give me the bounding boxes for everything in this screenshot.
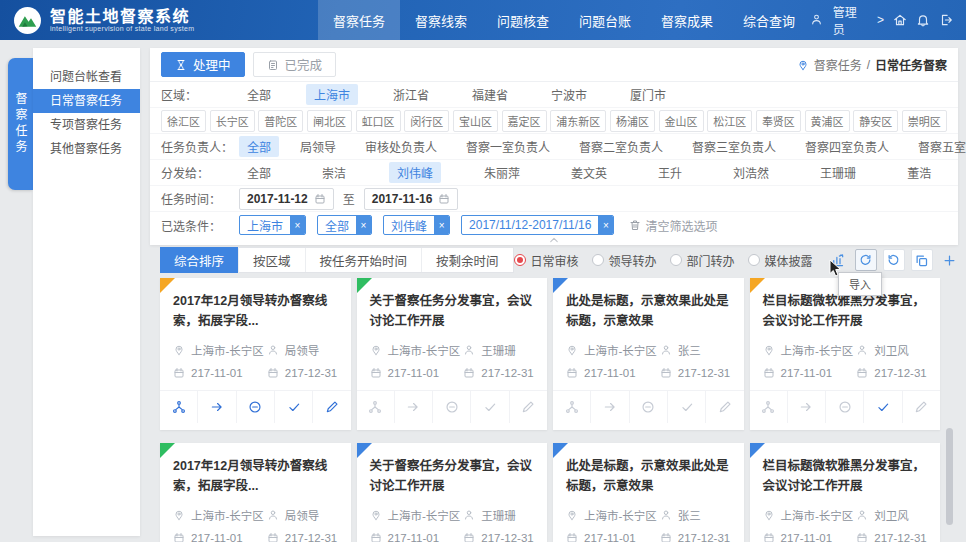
region-option[interactable]: 上海市 [306, 84, 358, 105]
close-icon[interactable]: × [598, 216, 613, 234]
edit-pencil-icon[interactable] [706, 391, 743, 423]
owner-option[interactable]: 审核处负责人 [357, 136, 445, 157]
sort-tab[interactable]: 按区域 [239, 248, 306, 272]
filter-tag[interactable]: 2017/11/12-2017/11/16 × [461, 215, 614, 235]
sidebar-item[interactable]: 问题台帐查看 [33, 65, 140, 89]
district-option[interactable]: 松江区 [707, 110, 752, 132]
district-option[interactable]: 浦东新区 [550, 110, 606, 132]
sort-tab[interactable]: 按剩余时间 [422, 248, 513, 272]
assignee-option[interactable]: 王升 [650, 162, 690, 183]
complete-check-icon[interactable] [471, 391, 509, 423]
district-option[interactable]: 静安区 [853, 110, 898, 132]
task-card[interactable]: 此处是标题，示意效果此处是标题，示意效果 上海市-长宁区 张三 217-11-0… [553, 278, 744, 430]
filter-tag[interactable]: 上海市 × [239, 215, 306, 235]
sort-tab[interactable]: 综合排序 [160, 247, 239, 273]
nav-item[interactable]: 问题台账 [564, 0, 646, 40]
tab-processing[interactable]: 处理中 [161, 52, 245, 77]
region-option[interactable]: 福建省 [464, 84, 516, 105]
user-name[interactable]: 管理员 [833, 3, 868, 37]
task-card[interactable]: 栏目标题微软雅黑分发事宜，会议讨论工作开展 上海市-长宁区 刘卫风 217-11… [750, 443, 941, 542]
district-option[interactable]: 嘉定区 [502, 110, 547, 132]
vertical-scrollbar[interactable] [946, 428, 953, 525]
district-option[interactable]: 普陀区 [258, 110, 303, 132]
region-option[interactable]: 厦门市 [622, 84, 674, 105]
nav-item[interactable]: 督察任务 [318, 0, 400, 40]
district-option[interactable]: 金山区 [659, 110, 704, 132]
assignee-option[interactable]: 崇洁 [314, 162, 354, 183]
district-option[interactable]: 虹口区 [356, 110, 401, 132]
owner-option[interactable]: 督察三室负责人 [684, 136, 784, 157]
district-option[interactable]: 宝山区 [453, 110, 498, 132]
forward-icon[interactable] [591, 391, 629, 423]
export-icon[interactable] [883, 249, 905, 271]
close-icon[interactable]: × [356, 216, 371, 234]
task-card[interactable]: 栏目标题微软雅黑分发事宜，会议讨论工作开展 上海市-长宁区 刘卫风 217-11… [750, 278, 941, 430]
district-option[interactable]: 闵行区 [404, 110, 449, 132]
assignee-option[interactable]: 全部 [239, 162, 279, 183]
sidebar-item[interactable]: 其他督察任务 [33, 137, 140, 161]
suspend-icon[interactable] [237, 391, 275, 423]
complete-check-icon[interactable] [668, 391, 706, 423]
assignee-option[interactable]: 刘伟峰 [389, 162, 441, 183]
assignee-option[interactable]: 朱丽萍 [476, 162, 528, 183]
type-radio[interactable]: 媒体披露 [748, 252, 813, 269]
filter-tag[interactable]: 全部 × [317, 215, 372, 235]
region-option[interactable]: 全部 [239, 84, 279, 105]
collapse-filters-button[interactable] [538, 234, 571, 247]
owner-option[interactable]: 督察一室负责人 [458, 136, 558, 157]
district-option[interactable]: 徐汇区 [161, 110, 206, 132]
task-card[interactable]: 关于督察任务分发事宜，会议讨论工作开展 上海市-长宁区 王珊珊 217-11-0… [357, 278, 548, 430]
nav-item[interactable]: 督察线索 [400, 0, 482, 40]
suspend-icon[interactable] [826, 391, 864, 423]
distribute-icon[interactable] [160, 391, 198, 423]
copy-icon[interactable] [911, 249, 933, 271]
task-card[interactable]: 关于督察任务分发事宜，会议讨论工作开展 上海市-长宁区 王珊珊 217-11-0… [357, 443, 548, 542]
district-option[interactable]: 崇明区 [902, 110, 947, 132]
distribute-icon[interactable] [357, 391, 395, 423]
home-icon[interactable] [893, 13, 907, 27]
sidebar-item[interactable]: 日常督察任务 [33, 89, 140, 113]
distribute-icon[interactable] [553, 391, 591, 423]
edit-pencil-icon[interactable] [903, 391, 940, 423]
type-radio[interactable]: 领导转办 [592, 252, 657, 269]
notification-icon[interactable] [916, 13, 930, 27]
type-radio[interactable]: 日常审核 [514, 252, 579, 269]
nav-item[interactable]: 问题核查 [482, 0, 564, 40]
complete-check-icon[interactable] [275, 391, 313, 423]
owner-option[interactable]: 全部 [239, 136, 279, 157]
sidebar-vertical-tab[interactable]: 督察任务 [8, 58, 33, 190]
assignee-option[interactable]: 董浩 [899, 162, 939, 183]
assignee-option[interactable]: 王珊珊 [812, 162, 864, 183]
add-icon[interactable] [939, 249, 961, 271]
sort-tab[interactable]: 按任务开始时间 [306, 248, 423, 272]
owner-option[interactable]: 督察四室负责人 [797, 136, 897, 157]
task-card[interactable]: 此处是标题，示意效果此处是标题，示意效果 上海市-长宁区 张三 217-11-0… [553, 443, 744, 542]
district-option[interactable]: 长宁区 [210, 110, 255, 132]
date-to-input[interactable]: 2017-11-16 [364, 188, 459, 210]
district-option[interactable]: 闸北区 [307, 110, 352, 132]
region-option[interactable]: 宁波市 [543, 84, 595, 105]
forward-icon[interactable] [788, 391, 826, 423]
close-icon[interactable]: × [290, 216, 305, 234]
district-option[interactable]: 杨浦区 [610, 110, 655, 132]
owner-option[interactable]: 局领导 [292, 136, 344, 157]
complete-check-icon[interactable] [864, 391, 902, 423]
edit-pencil-icon[interactable] [510, 391, 547, 423]
assignee-option[interactable]: 姜文英 [563, 162, 615, 183]
suspend-icon[interactable] [630, 391, 668, 423]
clear-filters-button[interactable]: 清空筛选选项 [629, 217, 717, 234]
date-from-input[interactable]: 2017-11-12 [239, 188, 334, 210]
district-option[interactable]: 黄浦区 [805, 110, 850, 132]
breadcrumb-parent[interactable]: 督察任务 [814, 56, 862, 73]
assignee-option[interactable]: 刘浩然 [725, 162, 777, 183]
type-radio[interactable]: 部门转办 [670, 252, 735, 269]
close-icon[interactable]: × [434, 216, 449, 234]
tab-done[interactable]: 已完成 [253, 52, 337, 77]
forward-icon[interactable] [395, 391, 433, 423]
forward-icon[interactable] [198, 391, 236, 423]
nav-item[interactable]: 综合查询 [728, 0, 810, 40]
region-option[interactable]: 浙江省 [385, 84, 437, 105]
owner-option[interactable]: 督察五室负责人 [910, 136, 966, 157]
nav-item[interactable]: 督察成果 [646, 0, 728, 40]
distribute-icon[interactable] [750, 391, 788, 423]
